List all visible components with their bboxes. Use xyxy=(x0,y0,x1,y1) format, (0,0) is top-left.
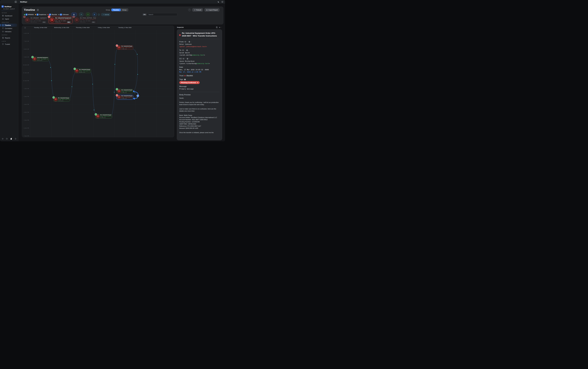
sidebar-item-correlation[interactable]: Correlation xyxy=(1,27,17,30)
node-subject: Re: Industrial Equipm… xyxy=(79,69,90,70)
search-input[interactable] xyxy=(147,13,177,16)
node-subject: Re: Industrial Equipm… xyxy=(100,114,111,116)
abc-mode-pill[interactable]: Abc xyxy=(143,13,146,16)
thread-count-badge: 6 xyxy=(73,16,75,18)
node-time: 7:48 a.m. xyxy=(122,48,132,50)
sidebar-section-label: OUTPUT xyxy=(2,34,17,36)
titlebar: MailMapr xyxy=(0,0,225,4)
envelope-icon xyxy=(74,18,79,22)
checkbox-checked-icon[interactable] xyxy=(60,14,62,16)
timeline-email-node[interactable]: 5Re: Industrial Equipm…Peter John…mach.t… xyxy=(74,69,91,73)
segment-group[interactable]: Group xyxy=(121,9,128,11)
node-time: 2:22 p.m. xyxy=(58,100,69,101)
email-card[interactable]: 6Re: FINAL NOTICE - Past Du…Michael Davi… xyxy=(73,16,97,23)
power-close-icon[interactable] xyxy=(221,1,223,3)
dark-mode-moon-icon[interactable] xyxy=(217,1,220,3)
timeline-email-node-selected[interactable]: 1Re: Industrial Equipm…Peter John…nach.t… xyxy=(117,95,133,99)
envelope-icon[interactable] xyxy=(182,49,184,51)
exit-icon[interactable] xyxy=(15,138,17,140)
sidebar-item-reports[interactable]: Reports xyxy=(1,36,17,39)
timeline-email-node[interactable]: 3Re: Industrial Equipm…Peter John…nach.t… xyxy=(117,45,133,50)
status-dot xyxy=(48,14,49,15)
node-from: Sarah Smit…corp.test> xyxy=(122,91,132,92)
timeline-email-node[interactable]: 2Re: Industrial Equipm…Sarah Smit…corp.t… xyxy=(117,89,133,93)
sequence-badge: 1 xyxy=(116,94,118,96)
dashboard-icon xyxy=(2,15,4,17)
node-subject: Re: Industrial Equipm… xyxy=(122,95,132,97)
listtree-icon xyxy=(87,13,89,16)
bolt-button[interactable] xyxy=(93,13,96,16)
node-from: Peter John…nach.test> xyxy=(122,47,132,48)
help-button[interactable]: ? xyxy=(188,9,191,11)
timeline-email-node[interactable]: 6Re: Industrial Equipm…Sarah Smit…corp.t… xyxy=(53,97,70,102)
node-time: 10:45 a.m. xyxy=(79,72,90,73)
email-card-subject: Re: Industrial Equipment Or… xyxy=(55,17,71,19)
globe-icon[interactable] xyxy=(186,49,188,51)
email-card-selected[interactable]: 7Re: Industrial Equipment Or…Peter Johns… xyxy=(49,16,72,23)
copy-icon[interactable] xyxy=(216,26,218,28)
sidebar-section-label: LISTS xyxy=(2,41,17,42)
tag-phishing-confirmed[interactable]: Phishing Confirmed✕ xyxy=(179,81,200,84)
severity-normal-badge[interactable]: Normal xyxy=(101,13,110,16)
body-paragraph: Sarah, xyxy=(179,97,220,99)
font-size-control[interactable]: A xyxy=(219,27,222,28)
filter-blacklist[interactable]: Blacklist xyxy=(48,14,57,16)
node-time: 2:05 p.m. xyxy=(122,98,132,99)
window-title: MailMapr xyxy=(20,0,27,4)
rebuild-button[interactable]: Rebuild xyxy=(192,8,203,12)
app-window: MailMapr MailMapr Insident payment INTAK… xyxy=(0,0,225,141)
globe-icon[interactable] xyxy=(189,41,190,43)
gauge-icon xyxy=(102,14,104,15)
filter-suspicious[interactable]: Suspicious xyxy=(35,14,46,16)
envelope-icon[interactable] xyxy=(184,41,186,43)
sidebar-item-label: Correlation xyxy=(5,28,12,29)
date-raw: Mon, 17 Mar 2026 14:05:33 -0600 xyxy=(179,69,220,71)
filter-label: Unknown xyxy=(62,14,69,15)
document-icon xyxy=(206,9,208,11)
filter-whitelist[interactable]: Whitelist xyxy=(24,14,34,16)
filter-unknown[interactable]: Unknown xyxy=(58,14,69,16)
sequence-badge: 4 xyxy=(95,113,97,115)
to-name: Sarah Smith xyxy=(179,52,220,54)
checkbox-checked-icon[interactable] xyxy=(37,14,39,16)
sequence-badge: 5 xyxy=(74,68,76,70)
sequence-badge: 6 xyxy=(53,96,55,98)
checkbox-checked-icon[interactable] xyxy=(49,14,51,16)
timeline-email-node[interactable]: 7Industrial Equipment…Peter John…mach.te… xyxy=(32,57,49,61)
filter-row: WhitelistSuspiciousBlacklistUnknownNorma… xyxy=(24,13,110,16)
timeline-email-node[interactable]: 4Re: Industrial Equipm…Sarah Smit…corp.t… xyxy=(95,114,112,118)
divider xyxy=(78,13,78,16)
to-email: <sarah.smith@acmecorp.test> xyxy=(179,54,220,56)
sidebar-item-dashboard[interactable]: Dashboard xyxy=(1,14,17,17)
envelope-icon xyxy=(117,95,121,99)
shield-icon xyxy=(2,43,4,45)
from-email: <peter.johnson@nexrnach.test> xyxy=(179,45,220,48)
envelope-icon[interactable] xyxy=(182,58,184,60)
sidebar-item-indicators[interactable]: Indicators xyxy=(1,30,17,33)
node-time: 1:20 p.m. xyxy=(122,92,132,93)
segment-timeline[interactable]: Timeline xyxy=(112,9,121,11)
export-report-button[interactable]: Export Report xyxy=(204,8,220,12)
sidebar-item-trusted[interactable]: Trusted xyxy=(1,43,17,46)
sidebar-item-timeline[interactable]: Timeline xyxy=(1,24,17,27)
status-dot xyxy=(24,14,25,15)
add-tag-icon[interactable] xyxy=(184,79,186,80)
email-card[interactable]: 6Re: URGENT - Updated Bank…Peter Johnson… xyxy=(24,16,48,23)
active-indicator xyxy=(0,24,0,26)
checkbox-checked-icon[interactable] xyxy=(26,14,27,16)
remove-tag-icon[interactable]: ✕ xyxy=(197,82,198,83)
sidebar-item-ingest[interactable]: Ingest xyxy=(1,17,17,20)
date-local[interactable]: Mar 17, 2026 at 2:05 PM xyxy=(179,71,220,73)
record-icon[interactable] xyxy=(2,138,4,140)
severity-label: Normal xyxy=(105,14,109,15)
message-field: Message Primary message xyxy=(179,85,220,90)
inspector-card: Re: Industrial Equipment Order #PO-2026-… xyxy=(177,30,222,140)
timeline-header-card: Timeline 7 Group TimelineGroup ? Rebuild… xyxy=(22,7,223,24)
globe-icon[interactable] xyxy=(187,58,188,60)
dashed-circle-timer-icon[interactable] xyxy=(98,13,100,16)
status-dot xyxy=(35,14,36,15)
sparkles-button[interactable] xyxy=(79,13,83,16)
sidebar-toggle-icon[interactable] xyxy=(15,1,17,3)
help-icon[interactable] xyxy=(6,138,8,140)
list-button[interactable] xyxy=(86,13,90,16)
